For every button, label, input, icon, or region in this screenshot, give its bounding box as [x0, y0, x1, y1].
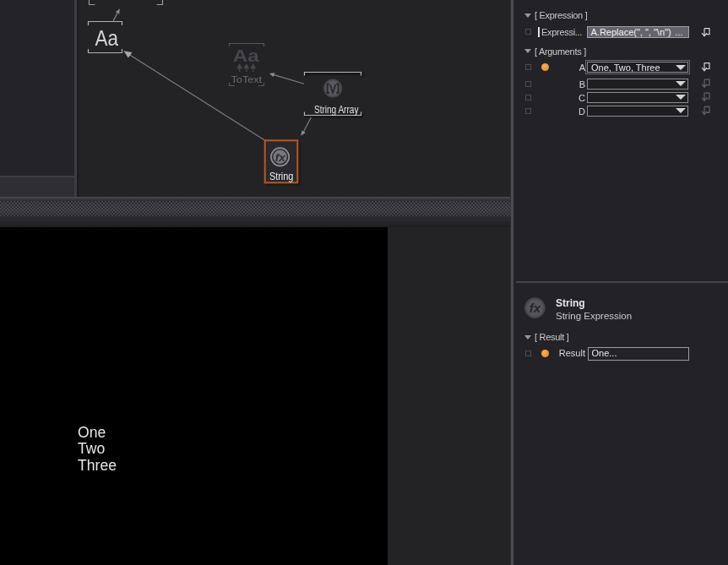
svg-text:fx: fx [530, 301, 541, 315]
